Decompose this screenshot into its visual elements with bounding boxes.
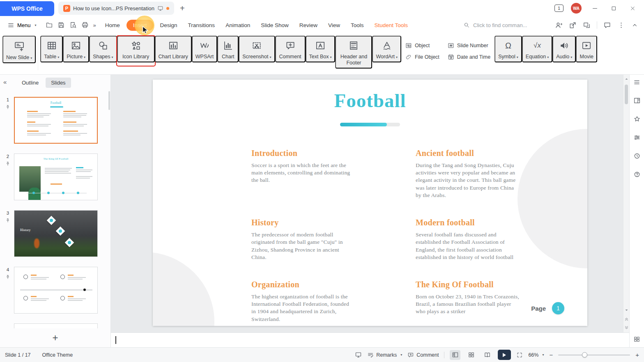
ribbon-picture-button[interactable]: Picture▾ [63,36,89,62]
ribbon-wpsart-button[interactable]: WPSArt [192,36,217,62]
ribbon-new-slide-button[interactable]: New Slide▾ [2,36,36,63]
avatar[interactable]: WA [571,3,582,14]
zoom-in-button[interactable]: + [635,351,639,358]
thumbnail-preview[interactable] [14,323,98,328]
slide-progress-bar[interactable] [340,123,400,126]
ribbon-symbol-button[interactable]: Ω Symbol▾ [494,36,522,62]
zoom-out-button[interactable]: − [549,351,553,358]
ribbon-header-footer-button[interactable]: Header and Footer [335,36,372,69]
ribbon-chart-library-button[interactable]: Chart Library [155,36,192,62]
thumbnail-preview[interactable]: History [14,210,98,257]
menubar-tab-student-tools[interactable]: Student Tools [370,20,412,31]
collapse-ribbon-icon[interactable] [631,22,638,29]
pin-icon[interactable] [5,161,10,166]
history-clock-icon[interactable] [633,152,641,161]
collapse-panel-icon[interactable]: « [3,78,7,85]
scroll-down-icon[interactable] [623,307,630,313]
pin-icon[interactable] [5,275,10,280]
ribbon-slide-number-button[interactable]: Slide Number [448,42,490,49]
scroll-up-icon[interactable] [623,76,630,82]
panel-scrollbar[interactable] [108,91,110,110]
print-preview-icon[interactable] [69,21,77,29]
thumbnail-preview[interactable] [14,267,98,314]
theme-button[interactable]: Office Theme [42,352,73,358]
invite-user-icon[interactable] [555,21,563,29]
comment-button[interactable]: Comment [407,352,439,358]
canvas-scrollbar[interactable] [623,75,629,332]
section-ancient-football[interactable]: Ancient football During the Tang and Son… [416,149,519,199]
ribbon-shapes-button[interactable]: Shapes▾ [89,36,117,62]
ribbon-date-time-button[interactable]: Date and Time [448,54,490,60]
more-options-icon[interactable] [617,21,625,29]
pin-icon[interactable] [5,218,10,223]
minimize-button[interactable] [589,5,600,12]
notes-bar[interactable] [111,332,629,347]
fit-to-window-icon[interactable] [516,352,523,358]
favorites-star-icon[interactable] [633,115,641,124]
ribbon-text-box-button[interactable]: Text Box▾ [306,36,336,62]
menubar-tab-tools[interactable]: Tools [347,20,368,31]
remarks-button[interactable]: Remarks▾ [367,352,402,358]
section-history[interactable]: History The predecessor of modern footba… [251,218,355,261]
normal-view-button[interactable] [450,350,460,360]
menubar-tab-view[interactable]: View [324,20,344,31]
add-slide-button[interactable]: + [52,332,58,344]
play-slideshow-button[interactable] [498,350,511,360]
slide-title[interactable]: Football [153,89,587,112]
ribbon-movie-button[interactable]: Movie [576,36,597,62]
wps-office-button[interactable]: WPS Office [0,1,54,16]
settings-sliders-icon[interactable] [633,134,641,142]
pin-icon[interactable] [5,105,10,110]
comments-panel-icon[interactable] [603,21,611,29]
save-icon[interactable] [58,21,65,29]
ribbon-file-object-button[interactable]: File Object [405,54,439,60]
slide-sorter-view-button[interactable] [466,350,476,360]
ribbon-icon-library-button[interactable]: Icon Library [117,36,155,62]
slide-thumbnail-2[interactable]: 2 The King Of Football [2,154,109,200]
slide-thumbnail-3[interactable]: 3 History [2,210,109,257]
zoom-slider-knob[interactable] [582,352,587,357]
reading-view-button[interactable] [482,350,492,360]
menubar-tab-slide-show[interactable]: Slide Show [257,20,293,31]
apps-grid-icon[interactable] [633,336,640,344]
section-modern-football[interactable]: Modern football Several football fans di… [416,218,519,261]
task-list-icon[interactable] [633,79,640,87]
ribbon-wordart-button[interactable]: WordArt▾ [372,36,401,62]
section-organization[interactable]: Organization The highest organization of… [251,280,355,323]
properties-pane-icon[interactable] [633,97,641,105]
ribbon-audio-button[interactable]: Audio▾ [552,36,576,62]
ribbon-equation-button[interactable]: √x Equation▾ [522,36,552,62]
zoom-level-button[interactable]: 66%▾ [528,352,544,358]
share-icon[interactable] [569,21,577,29]
thumbnail-preview[interactable]: The King Of Football [14,154,98,200]
menubar-tab-review[interactable]: Review [295,20,322,31]
print-icon[interactable] [81,21,89,29]
slide-thumbnail-5[interactable] [2,323,109,328]
open-folder-icon[interactable] [46,21,53,29]
menubar-tab-transitions[interactable]: Transitions [184,20,219,31]
window-count-badge[interactable]: 1 [554,5,564,12]
menubar-tab-home[interactable]: Home [101,20,124,31]
slide-1-canvas[interactable]: Football Introduction Soccer is a sport … [153,80,587,326]
maximize-button[interactable] [608,5,619,11]
presenter-monitor-icon[interactable] [355,351,362,358]
ribbon-table-button[interactable]: Table▾ [40,36,63,62]
section-introduction[interactable]: Introduction Soccer is a sport in which … [251,149,355,199]
section-king-of-football[interactable]: The King Of Football Born on October 23,… [416,280,519,323]
next-slide-icon[interactable] [623,325,630,330]
new-tab-button[interactable]: + [180,4,185,13]
close-button[interactable] [627,5,638,11]
more-quick-icons[interactable]: » [93,22,95,28]
ribbon-comment-button[interactable]: Comment [275,36,306,62]
tab-slides[interactable]: Slides [46,78,71,88]
document-tab[interactable]: P How to use Icon...PS Presentation [58,2,174,15]
thumbnail-preview[interactable]: Football [14,97,98,144]
help-icon[interactable] [633,171,641,179]
command-search-input[interactable]: Click to find comman... [463,22,547,28]
menubar-tab-design[interactable]: Design [156,20,182,31]
slide-thumbnail-4[interactable]: 4 [2,267,109,314]
scrollbar-thumb[interactable] [625,85,628,104]
switch-window-icon[interactable] [583,21,591,29]
tab-outline[interactable]: Outline [16,78,44,88]
menu-button[interactable]: Menu ▾ [4,20,40,31]
